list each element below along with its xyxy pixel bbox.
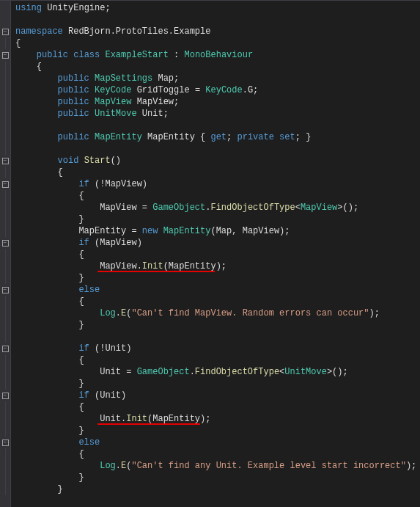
code-line[interactable]: { [15, 37, 420, 49]
code-line[interactable]: public MapView MapView; [15, 96, 420, 108]
code-line[interactable]: public KeyCode GridToggle = KeyCode.G; [15, 84, 420, 96]
code-line[interactable] [15, 331, 420, 343]
code-line[interactable]: public UnitMove Unit; [15, 108, 420, 120]
code-line[interactable] [15, 143, 420, 155]
fold-gutter: − − − − − − − − − [0, 1, 11, 507]
code-line[interactable]: } [15, 378, 420, 390]
fold-icon[interactable]: − [2, 158, 9, 164]
code-line[interactable]: if (Unit) [15, 390, 420, 401]
code-line[interactable]: { [15, 296, 420, 307]
code-line[interactable]: } [15, 319, 420, 331]
code-line[interactable]: { [15, 354, 420, 366]
fold-icon[interactable]: − [2, 181, 9, 188]
code-line[interactable]: } [15, 472, 420, 484]
code-line[interactable]: MapView.Init(MapEntity); [15, 260, 420, 272]
code-line[interactable]: { [15, 448, 420, 460]
code-line[interactable]: namespace RedBjorn.ProtoTiles.Example [15, 26, 420, 37]
code-line[interactable]: } [15, 484, 420, 495]
fold-icon[interactable]: − [2, 29, 9, 35]
code-line[interactable]: if (!Unit) [15, 343, 420, 354]
code-line[interactable]: } [15, 272, 420, 284]
code-line[interactable]: { [15, 167, 420, 178]
code-line[interactable]: Log.E("Can't find MapView. Random errors… [15, 307, 420, 319]
code-line[interactable]: Unit = GameObject.FindObjectOfType<UnitM… [15, 366, 420, 378]
code-line[interactable]: public MapEntity MapEntity { get; privat… [15, 131, 420, 143]
code-line[interactable]: MapEntity = new MapEntity(Map, MapView); [15, 225, 420, 237]
code-line[interactable]: public MapSettings Map; [15, 73, 420, 84]
code-line[interactable]: using UnityEngine; [15, 2, 420, 14]
fold-icon[interactable]: − [2, 52, 9, 59]
code-line[interactable]: } [15, 214, 420, 225]
code-line[interactable]: if (MapView) [15, 237, 420, 249]
code-editor[interactable]: − − − − − − − − − [0, 0, 420, 507]
code-line[interactable]: MapView = GameObject.FindObjectOfType<Ma… [15, 202, 420, 214]
code-line[interactable]: } [15, 425, 420, 437]
code-line[interactable]: { [15, 249, 420, 260]
fold-icon[interactable]: − [2, 439, 9, 446]
code-line[interactable]: public class ExampleStart : MonoBehaviou… [15, 49, 420, 61]
fold-icon[interactable]: − [2, 287, 9, 293]
fold-icon[interactable]: − [2, 393, 9, 399]
code-area[interactable]: using UnityEngine; namespace RedBjorn.Pr… [11, 1, 420, 507]
code-line[interactable]: Log.E("Can't find any Unit. Example leve… [15, 460, 420, 472]
fold-icon[interactable]: − [2, 346, 9, 352]
code-line[interactable] [15, 14, 420, 26]
code-line[interactable] [15, 120, 420, 131]
code-line[interactable]: if (!MapView) [15, 178, 420, 190]
code-line[interactable]: else [15, 284, 420, 296]
code-line[interactable]: void Start() [15, 155, 420, 167]
code-line[interactable]: else [15, 437, 420, 448]
code-line[interactable]: { [15, 190, 420, 202]
code-line[interactable]: { [15, 401, 420, 413]
code-line[interactable]: { [15, 61, 420, 73]
code-line[interactable]: Unit.Init(MapEntity); [15, 413, 420, 425]
fold-icon[interactable]: − [2, 240, 9, 247]
